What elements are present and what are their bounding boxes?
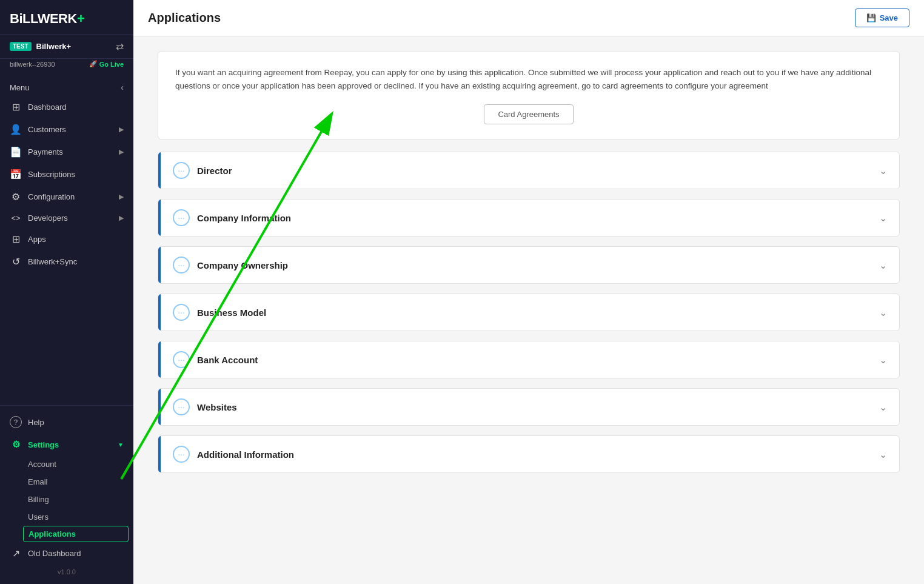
sidebar: BiLLWERK+ TEST Billwerk+ ⇄ billwerk--269… (0, 0, 133, 584)
accordion-title: Company Ownership (197, 260, 872, 270)
accordion-status-icon: ··· (173, 209, 190, 226)
account-bar: TEST Billwerk+ ⇄ (0, 35, 133, 59)
top-bar: Applications 💾 Save (133, 0, 924, 36)
configuration-icon: ⚙ (10, 191, 22, 203)
logo-plus: + (77, 11, 84, 26)
sidebar-item-developers[interactable]: <> Developers ▶ (0, 208, 133, 228)
accordion-title: Director (197, 166, 872, 176)
sidebar-item-label: Dashboard (28, 102, 67, 112)
chevron-down-icon: ⌄ (879, 354, 887, 366)
dashboard-icon: ⊞ (10, 101, 22, 113)
sidebar-item-label: Billwerk+Sync (28, 257, 77, 266)
accordion-item: ··· Websites ⌄ (158, 388, 900, 426)
sidebar-sub-billing[interactable]: Billing (0, 491, 133, 508)
sidebar-item-label: Configuration (28, 192, 75, 201)
sidebar-item-subscriptions[interactable]: 📅 Subscriptions (0, 163, 133, 186)
payments-icon: 📄 (10, 146, 22, 158)
chevron-right-icon: ▶ (119, 214, 124, 222)
menu-header: Menu ‹ (0, 74, 133, 96)
subscriptions-icon: 📅 (10, 169, 22, 180)
account-id: billwerk--26930 (10, 61, 55, 68)
sidebar-item-help[interactable]: ? Help (0, 411, 133, 434)
accordion-item: ··· Business Model ⌄ (158, 294, 900, 331)
customers-icon: 👤 (10, 124, 22, 135)
sidebar-item-apps[interactable]: ⊞ Apps (0, 228, 133, 250)
chevron-down-icon: ⌄ (879, 260, 887, 271)
sidebar-item-payments[interactable]: 📄 Payments ▶ (0, 141, 133, 163)
accordion-title: Additional Information (197, 449, 872, 460)
accordion-item: ··· Additional Information ⌄ (158, 435, 900, 473)
sidebar-bottom: ? Help ⚙ Settings ▼ Account Email Billin… (0, 405, 133, 584)
help-icon: ? (10, 416, 22, 428)
accordion-item: ··· Company Ownership ⌄ (158, 246, 900, 284)
content-area: If you want an acquiring agreement from … (133, 36, 924, 584)
sidebar-item-label: Customers (28, 125, 66, 134)
page-title: Applications (148, 11, 221, 25)
settings-icon: ⚙ (10, 439, 22, 450)
accordion-container: ··· Director ⌄ ··· Company Information ⌄… (158, 152, 900, 473)
chevron-right-icon: ▶ (119, 148, 124, 156)
card-agreements-button[interactable]: Card Agreements (484, 104, 573, 124)
sidebar-item-dashboard[interactable]: ⊞ Dashboard (0, 96, 133, 118)
main-content: Applications 💾 Save If you want an acqui… (133, 0, 924, 584)
logo-main: BiLLWERK (10, 11, 77, 26)
accordion-header-6[interactable]: ··· Additional Information ⌄ (158, 436, 899, 472)
menu-label: Menu (10, 83, 30, 92)
sidebar-item-label: Old Dashboard (28, 549, 81, 558)
accordion-header-4[interactable]: ··· Bank Account ⌄ (158, 341, 899, 378)
version-label: v1.0.0 (0, 565, 133, 579)
sidebar-item-customers[interactable]: 👤 Customers ▶ (0, 118, 133, 141)
chevron-down-icon: ⌄ (879, 165, 887, 176)
sidebar-item-label: Developers (28, 213, 68, 223)
accordion-header-1[interactable]: ··· Company Information ⌄ (158, 200, 899, 236)
accordion-status-icon: ··· (173, 446, 190, 463)
accordion-header-3[interactable]: ··· Business Model ⌄ (158, 294, 899, 331)
accordion-title: Websites (197, 402, 872, 412)
external-link-icon: ↗ (10, 548, 22, 559)
accordion-status-icon: ··· (173, 304, 190, 321)
sidebar-item-label: Payments (28, 147, 63, 156)
info-text: If you want an acquiring agreement from … (175, 66, 882, 92)
sidebar-sub-account[interactable]: Account (0, 455, 133, 473)
chevron-down-icon: ⌄ (879, 449, 887, 460)
sidebar-item-old-dashboard[interactable]: ↗ Old Dashboard (0, 542, 133, 565)
swap-icon[interactable]: ⇄ (116, 41, 124, 52)
accordion-item: ··· Director ⌄ (158, 152, 900, 189)
sidebar-sub-email[interactable]: Email (0, 473, 133, 491)
chevron-down-icon: ⌄ (879, 307, 887, 318)
save-icon: 💾 (866, 13, 876, 22)
accordion-title: Business Model (197, 307, 872, 318)
logo-area: BiLLWERK+ (0, 0, 133, 35)
sidebar-item-billwerksync[interactable]: ↺ Billwerk+Sync (0, 250, 133, 273)
developers-icon: <> (10, 213, 22, 223)
accordion-header-0[interactable]: ··· Director ⌄ (158, 152, 899, 189)
settings-label: Settings (28, 440, 59, 449)
sync-icon: ↺ (10, 256, 22, 267)
save-button[interactable]: 💾 Save (855, 8, 909, 27)
accordion-status-icon: ··· (173, 398, 190, 415)
accordion-status-icon: ··· (173, 162, 190, 179)
sidebar-item-label: Help (28, 418, 44, 427)
chevron-right-icon: ▶ (119, 126, 124, 133)
logo-text: BiLLWERK+ (10, 11, 84, 27)
accordion-title: Bank Account (197, 355, 872, 365)
test-badge: TEST (10, 42, 32, 51)
sidebar-sub-applications[interactable]: Applications (23, 526, 129, 542)
collapse-icon[interactable]: ‹ (121, 82, 124, 92)
info-box: If you want an acquiring agreement from … (158, 51, 900, 139)
chevron-right-icon: ▶ (119, 193, 124, 201)
accordion-header-5[interactable]: ··· Websites ⌄ (158, 389, 899, 425)
apps-icon: ⊞ (10, 233, 22, 245)
rocket-icon: 🚀 (89, 60, 98, 68)
sidebar-item-configuration[interactable]: ⚙ Configuration ▶ (0, 186, 133, 208)
sidebar-item-label: Subscriptions (28, 170, 75, 179)
sidebar-item-label: Apps (28, 235, 46, 244)
account-sub: billwerk--26930 🚀 Go Live (0, 59, 133, 74)
accordion-status-icon: ··· (173, 257, 190, 274)
go-live-link[interactable]: 🚀 Go Live (89, 60, 124, 68)
accordion-status-icon: ··· (173, 351, 190, 368)
sidebar-item-settings[interactable]: ⚙ Settings ▼ (0, 434, 133, 455)
accordion-header-2[interactable]: ··· Company Ownership ⌄ (158, 247, 899, 283)
account-name: Billwerk+ (36, 42, 111, 51)
sidebar-sub-users[interactable]: Users (0, 508, 133, 526)
